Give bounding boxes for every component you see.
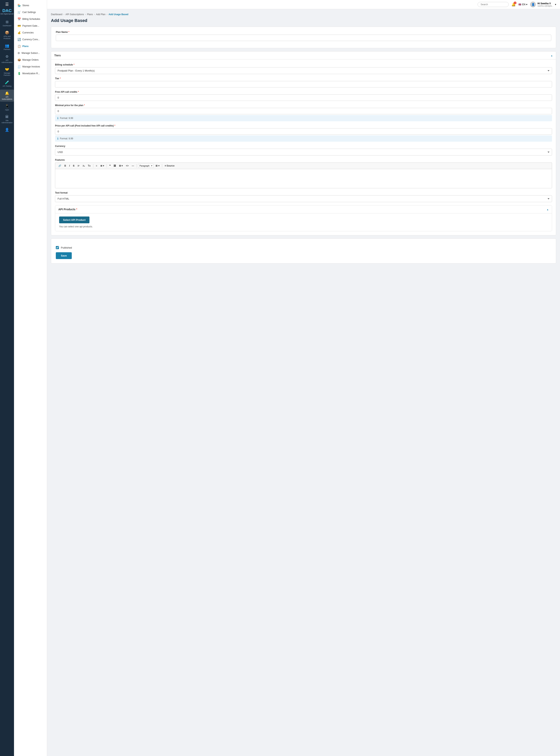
api-products-header[interactable]: API Products * xyxy=(55,205,552,213)
sidebar-item-apis-products[interactable]: 📦 APIs and Products xyxy=(0,29,14,41)
table-button[interactable]: ⊞ ▾ xyxy=(118,164,124,168)
currency-conv-icon: 🔄 xyxy=(18,38,21,41)
plan-name-input[interactable] xyxy=(56,35,551,41)
sidebar-item-partners[interactable]: 👥 Partners xyxy=(0,42,14,52)
api-testing-icon: 🧪 xyxy=(5,80,9,85)
superscript-button[interactable]: X² xyxy=(76,164,81,168)
hamburger-menu[interactable]: ☰ xyxy=(5,2,9,7)
bullet-list-button[interactable]: ≡ xyxy=(95,164,98,168)
breadcrumb-api-subscriptions[interactable]: API Subscriptions xyxy=(65,13,84,16)
currency-select[interactable]: USD xyxy=(55,149,552,155)
strikethrough-button[interactable]: S xyxy=(72,164,76,168)
editor-toolbar: 🔗 B I S X² X₂ Tx ≡ ≣ ▾ ❝ 🖼 ⊞ ▾ xyxy=(55,163,552,169)
remove-format-button[interactable]: Tx xyxy=(87,164,92,168)
search-input[interactable] xyxy=(478,2,509,7)
italic-button[interactable]: I xyxy=(68,164,71,168)
sep1: › xyxy=(64,13,64,16)
min-price-label: Minimal price for the plan * xyxy=(55,104,552,107)
partners-icon: 👥 xyxy=(5,44,9,48)
breadcrumb-current: Add Usage Based xyxy=(108,13,128,16)
plan-name-label: Plan Name * xyxy=(56,31,551,34)
price-per-call-input[interactable] xyxy=(55,128,552,135)
stores-icon: 🏪 xyxy=(18,4,21,7)
sidebar: 🏪 Stores 🛒 Cart Settings 📅 Billing Sched… xyxy=(14,0,47,756)
code-button[interactable]: <> xyxy=(125,164,130,168)
price-per-call-group: Price per API call (Post included free A… xyxy=(55,124,552,142)
billing-schedule-group: Billing schedule * Postpaid Plan - Every… xyxy=(55,63,552,74)
publish-save-card: Published Save xyxy=(51,238,556,264)
sidebar-billing-schedules[interactable]: 📅 Billing Schedules xyxy=(15,16,46,22)
sidebar-item-api-testing[interactable]: 🧪 API Testing xyxy=(0,79,14,89)
source-button[interactable]: ⌗ Source xyxy=(163,164,176,168)
left-navigation: ☰ DAC DAC Digital Apicraft ⊞ Dashboard 📦… xyxy=(0,0,14,756)
user-menu[interactable]: 👤 Hi Swetha V swetha.v@digita... ▾ xyxy=(530,2,556,7)
published-checkbox[interactable] xyxy=(56,246,59,249)
tiers-chevron-icon xyxy=(551,54,553,57)
min-price-input[interactable] xyxy=(55,108,552,114)
select-api-product-button[interactable]: Select API Product xyxy=(59,216,89,223)
sidebar-payment-gateway[interactable]: 💳 Payment Gate... xyxy=(15,23,46,29)
text-format-group: Text format Full HTML xyxy=(55,191,552,202)
info-icon-2: ℹ xyxy=(57,137,58,140)
text-format-select[interactable]: Full HTML xyxy=(55,195,552,202)
manage-partners-icon: 🤝 xyxy=(5,67,9,71)
api-products-section: API Products * Select API Product You ca… xyxy=(55,205,552,231)
link-button[interactable]: 🔗 xyxy=(57,164,62,168)
features-editor[interactable] xyxy=(55,169,552,188)
sidebar-item-apps[interactable]: 📱 Apps xyxy=(0,102,14,112)
currency-label: Currency xyxy=(55,145,552,147)
hr-button[interactable]: — xyxy=(131,164,135,168)
sep2: › xyxy=(85,13,86,16)
sidebar-stores[interactable]: 🏪 Stores xyxy=(15,2,46,9)
save-button[interactable]: Save xyxy=(56,252,72,259)
image-button[interactable]: 🖼 xyxy=(113,164,117,168)
free-api-credits-input[interactable]: 0 xyxy=(55,94,552,101)
price-per-call-format-hint: ℹ Format: 9.99 xyxy=(55,135,552,142)
tier-label: Tier * xyxy=(55,77,552,80)
tiers-header[interactable]: Tiers xyxy=(51,51,556,59)
required-marker: * xyxy=(68,31,69,34)
sidebar-item-site-administration[interactable]: 🏛 Site Administration xyxy=(0,113,14,125)
sep4: › xyxy=(106,13,107,16)
sidebar-item-api-administration[interactable]: ⚙ API Administration xyxy=(0,53,14,65)
sidebar-item-user[interactable]: 👤 xyxy=(0,126,14,134)
sidebar-item-api-subscriptions[interactable]: 🔔 API Subscriptions xyxy=(0,90,14,102)
text-format-label: Text format xyxy=(55,191,552,194)
plan-name-card: Plan Name * xyxy=(51,27,556,48)
billing-schedule-select[interactable]: Postpaid Plan - Every 1 Month(s) xyxy=(55,67,552,74)
subscript-button[interactable]: X₂ xyxy=(81,164,86,168)
manage-invoices-icon: 🧾 xyxy=(18,65,21,68)
published-label[interactable]: Published xyxy=(61,246,72,249)
sidebar-currencies[interactable]: 💰 Currencies xyxy=(15,29,46,36)
manage-subscriptions-icon: ⚙ xyxy=(18,51,20,55)
bold-button[interactable]: B xyxy=(63,164,67,168)
breadcrumb-add-plan[interactable]: Add Plan xyxy=(96,13,105,16)
sidebar-currency-conv[interactable]: 🔄 Currency Conv... xyxy=(15,36,46,43)
breadcrumb-plans[interactable]: Plans xyxy=(87,13,93,16)
free-api-credits-group: Free API call credits * 0 xyxy=(55,90,552,101)
language-selector[interactable]: 🇬🇧 EN ▾ xyxy=(518,3,527,6)
sidebar-manage-orders[interactable]: 📦 Manage Orders xyxy=(15,57,46,63)
payment-icon: 💳 xyxy=(18,24,21,27)
notifications-icon[interactable]: 🔔 1 xyxy=(512,2,516,7)
min-price-format-hint: ℹ Format: 9.99 xyxy=(55,115,552,121)
api-admin-icon: ⚙ xyxy=(5,55,8,59)
breadcrumb: Dashboard › API Subscriptions › Plans › … xyxy=(51,13,556,16)
sidebar-cart-settings[interactable]: 🛒 Cart Settings xyxy=(15,9,46,16)
site-admin-icon: 🏛 xyxy=(5,115,9,119)
features-group: Features 🔗 B I S X² X₂ Tx ≡ ≣ ▾ xyxy=(55,159,552,188)
numbered-list-button[interactable]: ≣ ▾ xyxy=(99,164,105,168)
paragraph-dropdown[interactable]: Paragraph xyxy=(138,164,154,168)
sidebar-plans[interactable]: 📋 Plans xyxy=(15,43,46,49)
sidebar-manage-invoices[interactable]: 🧾 Manage Invoices xyxy=(15,63,46,70)
sidebar-monetization[interactable]: 💲 Monetization R... xyxy=(15,70,46,77)
sidebar-item-dashboard[interactable]: ⊞ Dashboard xyxy=(0,18,14,28)
sidebar-manage-subscriptions[interactable]: ⚙ Manage Subscr... xyxy=(15,50,46,56)
blockquote-button[interactable]: ❝ xyxy=(108,164,112,168)
api-products-title: API Products * xyxy=(58,208,77,211)
app-logo: DAC DAC Digital Apicraft xyxy=(1,8,14,15)
format-button[interactable]: ⊞ ▾ xyxy=(154,164,160,168)
tier-input[interactable] xyxy=(55,81,552,87)
breadcrumb-dashboard[interactable]: Dashboard xyxy=(51,13,62,16)
sidebar-item-manage-partners[interactable]: 🤝 Manage Partners xyxy=(0,66,14,78)
